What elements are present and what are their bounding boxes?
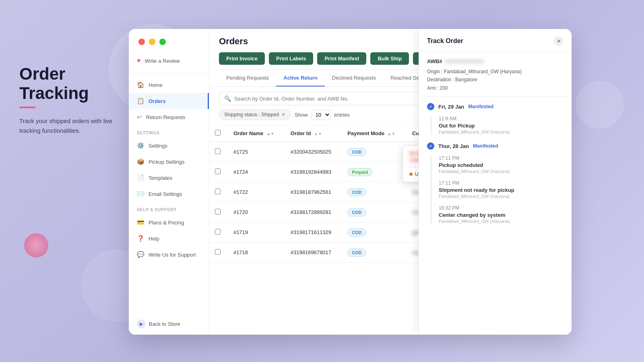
row-checkbox-cell xyxy=(209,162,228,182)
sidebar-divider xyxy=(129,73,209,74)
row-checkbox[interactable] xyxy=(215,169,221,174)
event-title: Pickup scheduled xyxy=(439,162,564,168)
return-icon: ↩ xyxy=(137,113,142,121)
timeline-events: 17:11 PM Pickup scheduled Faridabad_Mthu… xyxy=(431,155,564,224)
row-order-id: #3198172889281 xyxy=(285,202,342,222)
event-location: Faridabad_Mthurard_GW (Haryana) xyxy=(439,219,564,224)
timeline-dot: ✓ xyxy=(427,103,434,110)
left-panel: Order Tracking Track your shipped orders… xyxy=(19,64,120,136)
sidebar-item-email-settings[interactable]: ✉️ Email Settings xyxy=(129,186,209,202)
event-time: 11:9 AM xyxy=(439,116,564,121)
print-labels-button[interactable]: Print Labels xyxy=(269,52,313,65)
row-order-id: #3198187962561 xyxy=(285,182,342,202)
row-checkbox[interactable] xyxy=(215,148,221,154)
row-order-id: #3198192844993 xyxy=(285,162,342,182)
print-invoice-button[interactable]: Print Invoice xyxy=(219,52,265,65)
row-checkbox[interactable] xyxy=(215,229,221,234)
row-order-name: #1718 xyxy=(228,243,285,263)
search-icon: 🔍 xyxy=(224,95,231,102)
row-order-name: #1722 xyxy=(228,182,285,202)
event-time: 17:11 PM xyxy=(439,155,564,161)
back-to-store[interactable]: ▶ Back to Store xyxy=(137,319,201,328)
traffic-light-red[interactable] xyxy=(138,39,145,45)
payment-badge: COD xyxy=(347,148,366,156)
row-checkbox-cell xyxy=(209,222,228,243)
entries-label: entries xyxy=(334,112,350,118)
help-icon: ❓ xyxy=(137,235,144,242)
date-label: Thur, 28 Jan xyxy=(438,143,469,149)
row-payment-mode: COD xyxy=(342,243,407,263)
chip-close-icon[interactable]: ✕ xyxy=(281,112,285,117)
shipping-status-label: Shipping status : Shipped xyxy=(224,112,279,117)
row-checkbox[interactable] xyxy=(215,189,221,194)
tab-pending[interactable]: Pending Requests xyxy=(219,70,276,86)
row-payment-mode: COD xyxy=(342,222,407,243)
track-timeline: ✓ Fri, 29 Jan Manifested 11:9 AM Out for… xyxy=(419,97,572,335)
sidebar-email-label: Email Settings xyxy=(149,191,182,197)
sidebar-pickup-label: Pickup Settings xyxy=(149,159,185,165)
sidebar-item-help[interactable]: ❓ Help xyxy=(129,230,209,247)
event-status: Manifested xyxy=(473,143,498,149)
title-underline xyxy=(19,107,35,108)
select-all-checkbox[interactable] xyxy=(215,130,221,136)
sidebar-item-write-support[interactable]: 💬 Write Us for Support xyxy=(129,247,209,263)
event-location: Faridabad_Mthurard_GW (Haryana) xyxy=(439,194,564,199)
row-checkbox-cell xyxy=(209,202,228,222)
event-title: Shipment not ready for pickup xyxy=(439,187,564,193)
show-entries: Show 10 25 50 entries xyxy=(295,110,350,120)
settings-section-label: SETTINGS xyxy=(129,125,209,138)
col-order-name: Order Name ▲▼ xyxy=(228,125,285,142)
track-info: Origin : Faridabad_Mthurard_GW (Haryana)… xyxy=(427,68,564,92)
sidebar-item-home[interactable]: 🏠 Home xyxy=(129,77,209,93)
home-icon: 🏠 xyxy=(137,81,144,88)
page-title: Order Tracking xyxy=(19,64,120,103)
tab-declined[interactable]: Declined Requests xyxy=(325,70,383,86)
sidebar-item-orders[interactable]: 📋 Orders xyxy=(129,93,209,109)
show-label: Show xyxy=(295,112,308,118)
page-subtitle: Track your shipped orders with live trac… xyxy=(19,116,120,136)
row-order-id: #3200432505025 xyxy=(285,142,342,162)
traffic-lights xyxy=(138,39,166,45)
timeline-event: 17:11 PM Pickup scheduled Faridabad_Mthu… xyxy=(439,155,564,174)
sidebar-item-settings[interactable]: ⚙️ Settings xyxy=(129,138,209,154)
row-checkbox-cell xyxy=(209,243,228,263)
row-payment-mode: Prepaid xyxy=(342,162,407,182)
print-manifest-button[interactable]: Print Manifest xyxy=(317,52,366,65)
timeline-event: 11:9 AM Out for Pickup Faridabad_Mthurar… xyxy=(439,116,564,134)
back-circle-icon: ▶ xyxy=(137,319,146,328)
sidebar-item-plans-pricing[interactable]: 💳 Plans & Pricing xyxy=(129,214,209,230)
row-checkbox[interactable] xyxy=(215,209,221,214)
pickup-icon: 📦 xyxy=(137,158,144,165)
timeline-date: ✓ Thur, 28 Jan Manifested xyxy=(427,142,564,150)
track-panel-close-button[interactable]: ✕ xyxy=(554,36,564,46)
entries-select[interactable]: 10 25 50 xyxy=(311,110,331,120)
track-destination: Destination : Bangalore xyxy=(427,76,564,84)
sidebar-support-label: Write Us for Support xyxy=(149,252,196,258)
sidebar-settings-label: Settings xyxy=(149,143,167,149)
orders-icon: 📋 xyxy=(137,97,144,105)
event-title: Center changed by system xyxy=(439,212,564,218)
traffic-light-yellow[interactable] xyxy=(149,39,155,45)
awb-number: XXXXXXXXXXX xyxy=(446,58,484,64)
sidebar-item-templates[interactable]: 📄 Templates xyxy=(129,170,209,186)
settings-icon: ⚙️ xyxy=(137,142,144,149)
row-order-name: #1720 xyxy=(228,202,285,222)
plans-icon: 💳 xyxy=(137,219,144,226)
row-payment-mode: COD xyxy=(342,202,407,222)
timeline-dot: ✓ xyxy=(427,142,434,150)
shipping-status-chip: Shipping status : Shipped ✕ xyxy=(219,109,291,120)
traffic-light-green[interactable] xyxy=(159,39,166,45)
sidebar-item-pickup-settings[interactable]: 📦 Pickup Settings xyxy=(129,154,209,170)
track-origin: Origin : Faridabad_Mthurard_GW (Haryana) xyxy=(427,68,564,76)
row-checkbox[interactable] xyxy=(215,249,221,255)
bulk-ship-button[interactable]: Bulk Ship xyxy=(370,52,409,65)
col-payment-mode: Payment Mode ▲▼ xyxy=(342,125,407,142)
event-title: Out for Pickup xyxy=(439,123,564,129)
sidebar-item-write-review[interactable]: ♥ Write a Review xyxy=(129,51,209,70)
date-label: Fri, 29 Jan xyxy=(438,104,464,110)
sidebar-item-return-requests[interactable]: ↩ Return Requests xyxy=(129,109,209,125)
tab-active-return[interactable]: Active Return xyxy=(276,70,325,86)
templates-icon: 📄 xyxy=(137,174,144,181)
track-header: Track Order ✕ xyxy=(419,29,572,52)
sidebar-orders-label: Orders xyxy=(149,98,166,104)
